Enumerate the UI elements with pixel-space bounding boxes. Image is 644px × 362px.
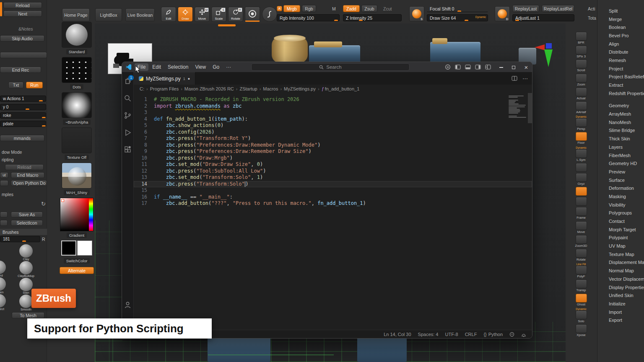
brush-fragment[interactable] [0, 261, 6, 274]
menu-item-merge[interactable]: Merge [597, 15, 644, 23]
code-line[interactable]: 1# ZBRUSH MACRO - Recorded in ZBrush ver… [134, 96, 532, 103]
code-editor[interactable]: 1# ZBRUSH MACRO - Recorded in ZBrush ver… [134, 93, 532, 330]
gizmo-center[interactable] [546, 43, 552, 49]
code-line[interactable]: 3 [134, 109, 532, 116]
code-line[interactable]: 16if __name__ == "__main__": [134, 194, 532, 201]
sv-cursor[interactable] [61, 199, 64, 202]
scale-tool-button[interactable]: SScale [211, 7, 226, 22]
move-tool-button[interactable]: MMove [195, 7, 210, 22]
curve-button[interactable] [262, 7, 277, 22]
cut-button-3[interactable] [0, 180, 8, 186]
tab-myzsettings[interactable]: MyZSettings.py 1 ● [134, 72, 195, 85]
shelf-zoom3d-button[interactable]: Zoom3D [571, 235, 591, 248]
cursor-position[interactable]: Ln 14, Col 30 [384, 332, 411, 337]
shelf-polyf-button[interactable]: Line FillPolyF [571, 263, 591, 278]
code-line[interactable]: 14 zbc.press("Transform:Solo") [134, 181, 532, 188]
shelf-actual-button[interactable]: Actual [571, 88, 591, 100]
language-mode[interactable]: {}Python [483, 332, 503, 337]
shelf-button-button[interactable] [571, 197, 591, 206]
open-python-button[interactable]: Open Python Do [11, 180, 47, 186]
code-line[interactable]: 12 zbc.press("Tool:SubTool:All Low") [134, 168, 532, 175]
breadcrumb-item[interactable]: Macros [263, 86, 278, 91]
cut-button-4[interactable] [0, 212, 8, 217]
vscode-window[interactable]: FileEditSelectionViewGo··· ← → Search × [122, 62, 532, 339]
draw-tool-button[interactable]: Draw [178, 7, 193, 22]
menu-item-layers[interactable]: Layers [597, 143, 644, 151]
shelf-rotate-button[interactable]: Rotate [571, 249, 591, 261]
toggle-panel-left-icon[interactable] [455, 65, 461, 70]
shelf-zoom-button[interactable]: Zoom [571, 74, 591, 86]
menu-item-geometry[interactable]: Geometry [597, 102, 644, 110]
brushes-header[interactable]: Brushes [0, 228, 47, 235]
shelf-ghost-button[interactable]: Ghost [571, 294, 591, 306]
cut-button-2[interactable]: ut [0, 172, 8, 178]
sv-box[interactable] [60, 198, 89, 231]
encoding[interactable]: UTF-8 [445, 332, 458, 337]
editor-scrollbar[interactable] [528, 93, 532, 123]
run-debug-icon[interactable] [124, 129, 132, 138]
code-line[interactable]: 5 zbc.show_actions(0) [134, 122, 532, 129]
draw-size-slider[interactable]: Draw Size 64Dynamic [427, 14, 488, 21]
update-slider[interactable]: pdate [0, 121, 46, 127]
shelf-gxyz-button[interactable]: Gxyz [571, 173, 591, 186]
shelf-xpose-button[interactable]: Xpose [571, 324, 591, 337]
shelf-move-button[interactable]: Move [571, 221, 591, 234]
skip-audio-button[interactable]: Skip Audio [0, 35, 44, 41]
modified-dot[interactable]: ● [188, 77, 190, 81]
menu-more[interactable]: ··· [223, 63, 234, 71]
maximize-button[interactable] [511, 64, 516, 70]
brushalpha-thumbnail[interactable] [62, 92, 92, 118]
cut-button-5[interactable] [0, 220, 8, 226]
rotate-tool-button[interactable]: RRotate [228, 7, 243, 22]
reload-button[interactable]: Reload [3, 2, 42, 8]
commands-button[interactable]: mmands [0, 135, 44, 141]
z-intensity-slider[interactable]: Z Intensity 25 [343, 14, 402, 21]
m-label[interactable]: M [332, 6, 336, 11]
stroke-slider[interactable]: roke [0, 112, 46, 119]
menu-item-fibermesh[interactable]: FiberMesh [597, 151, 644, 160]
shelf-aahalf-button[interactable]: AAHalf [571, 101, 591, 114]
palette-brushalpha[interactable]: ~BrushAlpha [59, 92, 95, 125]
shelf-button-button[interactable] [571, 163, 591, 172]
breadcrumb-item[interactable]: MyZSettings.py [284, 86, 316, 91]
shelf-transp-button[interactable]: Transp [571, 279, 591, 292]
code-line[interactable]: 6 zbc.config(2026) [134, 129, 532, 136]
menu-item-export[interactable]: Export [597, 316, 644, 324]
menu-item-nanomesh[interactable]: NanoMesh [597, 118, 644, 127]
save-as-button[interactable]: Save As [11, 212, 43, 217]
menu-item-align[interactable]: Align [597, 40, 644, 48]
focal-shift-button[interactable]: S [409, 6, 424, 21]
menu-item-split[interactable]: Split [597, 7, 644, 15]
menu-item-displacement-map[interactable]: Displacement Map [597, 259, 644, 267]
breadcrumb-item[interactable]: C: [140, 86, 144, 91]
menu-selection[interactable]: Selection [165, 63, 191, 71]
eol-sequence[interactable]: CRLF [465, 332, 477, 337]
menu-item-unified-skin[interactable]: Unified Skin [597, 291, 644, 300]
menu-item-polygroups[interactable]: Polygroups [597, 209, 644, 217]
close-button[interactable]: × [524, 64, 529, 71]
shelf-persp-button[interactable]: DynamicPersp [571, 115, 591, 131]
shelf-button-button[interactable] [571, 187, 591, 196]
color-picker[interactable]: Gradient [59, 198, 95, 238]
extensions-icon[interactable] [124, 146, 132, 155]
focal-shift-slider[interactable]: Focal Shift 0 [427, 5, 488, 12]
alternate-button[interactable]: Alternate [60, 267, 94, 274]
replaylast-button[interactable]: ReplayLast [512, 5, 539, 12]
menu-item-deformation[interactable]: Deformation [597, 184, 644, 192]
minimize-button[interactable] [499, 64, 504, 70]
menu-item-initialize[interactable]: Initialize [597, 300, 644, 308]
menu-item-masking[interactable]: Masking [597, 192, 644, 201]
palette-standard[interactable]: Standard [59, 22, 95, 54]
brush-fragment[interactable] [0, 294, 6, 308]
code-line[interactable]: 7 zbc.press("Transform:Rot Y") [134, 135, 532, 142]
hue-bar[interactable] [89, 198, 93, 231]
replaylastrel-button[interactable]: ReplayLastRel [542, 5, 574, 12]
menu-item-distribute[interactable]: Distribute [597, 48, 644, 56]
gizmo-x-arrow[interactable] [535, 44, 545, 50]
account-icon[interactable] [124, 301, 132, 310]
code-line[interactable]: 9 zbc.press("Preferences:Draw:Remember D… [134, 148, 532, 155]
edit-tool-button[interactable]: Edit [161, 7, 176, 22]
source-control-icon[interactable] [124, 111, 132, 121]
end-macro-button[interactable]: End Macro [11, 172, 44, 178]
live-boolean-button[interactable]: Live Boolean [125, 8, 155, 21]
